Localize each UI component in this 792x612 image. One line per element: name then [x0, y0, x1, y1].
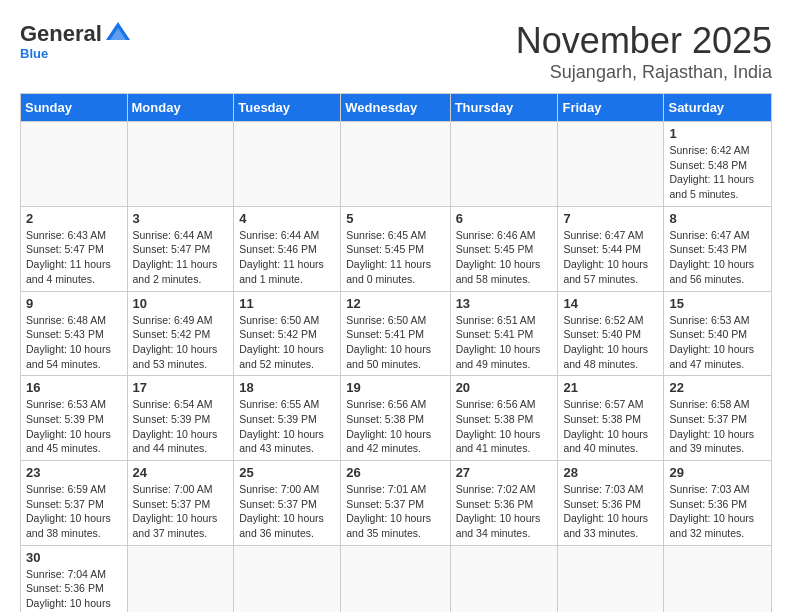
cell-content: Sunrise: 6:56 AMSunset: 5:38 PMDaylight:…	[346, 397, 444, 456]
day-number: 24	[133, 465, 229, 480]
cell-content: Sunrise: 7:00 AMSunset: 5:37 PMDaylight:…	[133, 482, 229, 541]
header: General Blue November 2025 Sujangarh, Ra…	[20, 20, 772, 83]
calendar-header-row: SundayMondayTuesdayWednesdayThursdayFrid…	[21, 94, 772, 122]
calendar-cell: 20Sunrise: 6:56 AMSunset: 5:38 PMDayligh…	[450, 376, 558, 461]
cell-content: Sunrise: 6:57 AMSunset: 5:38 PMDaylight:…	[563, 397, 658, 456]
cell-content: Sunrise: 7:04 AMSunset: 5:36 PMDaylight:…	[26, 567, 122, 612]
calendar-cell: 21Sunrise: 6:57 AMSunset: 5:38 PMDayligh…	[558, 376, 664, 461]
cell-content: Sunrise: 6:50 AMSunset: 5:42 PMDaylight:…	[239, 313, 335, 372]
day-number: 7	[563, 211, 658, 226]
cell-content: Sunrise: 6:43 AMSunset: 5:47 PMDaylight:…	[26, 228, 122, 287]
calendar-cell: 1Sunrise: 6:42 AMSunset: 5:48 PMDaylight…	[664, 122, 772, 207]
day-number: 8	[669, 211, 766, 226]
calendar-cell: 16Sunrise: 6:53 AMSunset: 5:39 PMDayligh…	[21, 376, 128, 461]
cell-content: Sunrise: 6:58 AMSunset: 5:37 PMDaylight:…	[669, 397, 766, 456]
calendar-cell: 12Sunrise: 6:50 AMSunset: 5:41 PMDayligh…	[341, 291, 450, 376]
cell-content: Sunrise: 6:51 AMSunset: 5:41 PMDaylight:…	[456, 313, 553, 372]
logo-icon	[104, 20, 132, 48]
calendar-cell: 17Sunrise: 6:54 AMSunset: 5:39 PMDayligh…	[127, 376, 234, 461]
cell-content: Sunrise: 6:44 AMSunset: 5:47 PMDaylight:…	[133, 228, 229, 287]
col-header-saturday: Saturday	[664, 94, 772, 122]
day-number: 10	[133, 296, 229, 311]
day-number: 5	[346, 211, 444, 226]
week-row-2: 9Sunrise: 6:48 AMSunset: 5:43 PMDaylight…	[21, 291, 772, 376]
day-number: 1	[669, 126, 766, 141]
cell-content: Sunrise: 6:45 AMSunset: 5:45 PMDaylight:…	[346, 228, 444, 287]
sub-title: Sujangarh, Rajasthan, India	[516, 62, 772, 83]
cell-content: Sunrise: 6:52 AMSunset: 5:40 PMDaylight:…	[563, 313, 658, 372]
calendar-cell: 27Sunrise: 7:02 AMSunset: 5:36 PMDayligh…	[450, 461, 558, 546]
day-number: 9	[26, 296, 122, 311]
day-number: 2	[26, 211, 122, 226]
day-number: 25	[239, 465, 335, 480]
day-number: 16	[26, 380, 122, 395]
day-number: 28	[563, 465, 658, 480]
main-title: November 2025	[516, 20, 772, 62]
day-number: 29	[669, 465, 766, 480]
cell-content: Sunrise: 6:54 AMSunset: 5:39 PMDaylight:…	[133, 397, 229, 456]
calendar-cell: 25Sunrise: 7:00 AMSunset: 5:37 PMDayligh…	[234, 461, 341, 546]
cell-content: Sunrise: 6:48 AMSunset: 5:43 PMDaylight:…	[26, 313, 122, 372]
cell-content: Sunrise: 6:56 AMSunset: 5:38 PMDaylight:…	[456, 397, 553, 456]
calendar-cell	[558, 545, 664, 612]
cell-content: Sunrise: 7:03 AMSunset: 5:36 PMDaylight:…	[563, 482, 658, 541]
calendar-cell: 15Sunrise: 6:53 AMSunset: 5:40 PMDayligh…	[664, 291, 772, 376]
calendar-cell: 29Sunrise: 7:03 AMSunset: 5:36 PMDayligh…	[664, 461, 772, 546]
cell-content: Sunrise: 7:00 AMSunset: 5:37 PMDaylight:…	[239, 482, 335, 541]
cell-content: Sunrise: 6:55 AMSunset: 5:39 PMDaylight:…	[239, 397, 335, 456]
day-number: 26	[346, 465, 444, 480]
col-header-thursday: Thursday	[450, 94, 558, 122]
day-number: 19	[346, 380, 444, 395]
day-number: 12	[346, 296, 444, 311]
day-number: 3	[133, 211, 229, 226]
cell-content: Sunrise: 6:49 AMSunset: 5:42 PMDaylight:…	[133, 313, 229, 372]
cell-content: Sunrise: 6:50 AMSunset: 5:41 PMDaylight:…	[346, 313, 444, 372]
col-header-wednesday: Wednesday	[341, 94, 450, 122]
calendar-cell: 3Sunrise: 6:44 AMSunset: 5:47 PMDaylight…	[127, 206, 234, 291]
day-number: 20	[456, 380, 553, 395]
calendar-cell	[664, 545, 772, 612]
calendar-cell: 6Sunrise: 6:46 AMSunset: 5:45 PMDaylight…	[450, 206, 558, 291]
calendar-cell	[341, 545, 450, 612]
week-row-4: 23Sunrise: 6:59 AMSunset: 5:37 PMDayligh…	[21, 461, 772, 546]
day-number: 18	[239, 380, 335, 395]
page: General Blue November 2025 Sujangarh, Ra…	[0, 0, 792, 612]
calendar-cell: 8Sunrise: 6:47 AMSunset: 5:43 PMDaylight…	[664, 206, 772, 291]
calendar-cell: 10Sunrise: 6:49 AMSunset: 5:42 PMDayligh…	[127, 291, 234, 376]
day-number: 30	[26, 550, 122, 565]
day-number: 4	[239, 211, 335, 226]
logo-text: General	[20, 20, 132, 48]
cell-content: Sunrise: 6:53 AMSunset: 5:39 PMDaylight:…	[26, 397, 122, 456]
col-header-tuesday: Tuesday	[234, 94, 341, 122]
calendar-cell: 13Sunrise: 6:51 AMSunset: 5:41 PMDayligh…	[450, 291, 558, 376]
calendar-cell: 23Sunrise: 6:59 AMSunset: 5:37 PMDayligh…	[21, 461, 128, 546]
week-row-5: 30Sunrise: 7:04 AMSunset: 5:36 PMDayligh…	[21, 545, 772, 612]
day-number: 27	[456, 465, 553, 480]
calendar-cell: 14Sunrise: 6:52 AMSunset: 5:40 PMDayligh…	[558, 291, 664, 376]
calendar-cell: 9Sunrise: 6:48 AMSunset: 5:43 PMDaylight…	[21, 291, 128, 376]
day-number: 13	[456, 296, 553, 311]
day-number: 15	[669, 296, 766, 311]
calendar-cell: 28Sunrise: 7:03 AMSunset: 5:36 PMDayligh…	[558, 461, 664, 546]
week-row-3: 16Sunrise: 6:53 AMSunset: 5:39 PMDayligh…	[21, 376, 772, 461]
calendar-cell: 4Sunrise: 6:44 AMSunset: 5:46 PMDaylight…	[234, 206, 341, 291]
calendar-cell: 2Sunrise: 6:43 AMSunset: 5:47 PMDaylight…	[21, 206, 128, 291]
col-header-friday: Friday	[558, 94, 664, 122]
day-number: 14	[563, 296, 658, 311]
calendar-table: SundayMondayTuesdayWednesdayThursdayFrid…	[20, 93, 772, 612]
day-number: 22	[669, 380, 766, 395]
calendar-cell: 7Sunrise: 6:47 AMSunset: 5:44 PMDaylight…	[558, 206, 664, 291]
calendar-cell: 24Sunrise: 7:00 AMSunset: 5:37 PMDayligh…	[127, 461, 234, 546]
calendar-cell: 18Sunrise: 6:55 AMSunset: 5:39 PMDayligh…	[234, 376, 341, 461]
week-row-1: 2Sunrise: 6:43 AMSunset: 5:47 PMDaylight…	[21, 206, 772, 291]
title-area: November 2025 Sujangarh, Rajasthan, Indi…	[516, 20, 772, 83]
cell-content: Sunrise: 6:47 AMSunset: 5:43 PMDaylight:…	[669, 228, 766, 287]
calendar-cell	[450, 122, 558, 207]
cell-content: Sunrise: 6:47 AMSunset: 5:44 PMDaylight:…	[563, 228, 658, 287]
calendar-cell	[127, 545, 234, 612]
day-number: 6	[456, 211, 553, 226]
week-row-0: 1Sunrise: 6:42 AMSunset: 5:48 PMDaylight…	[21, 122, 772, 207]
cell-content: Sunrise: 6:44 AMSunset: 5:46 PMDaylight:…	[239, 228, 335, 287]
cell-content: Sunrise: 7:03 AMSunset: 5:36 PMDaylight:…	[669, 482, 766, 541]
calendar-cell	[127, 122, 234, 207]
